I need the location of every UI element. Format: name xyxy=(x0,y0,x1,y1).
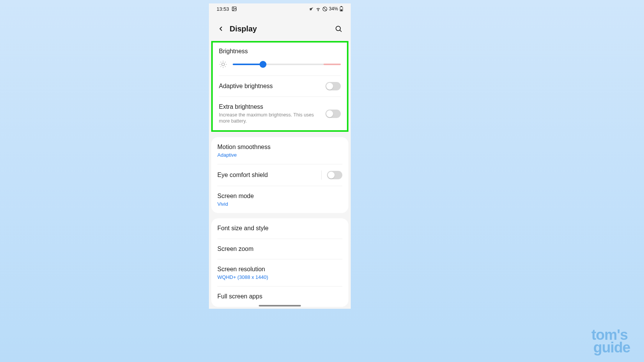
screen-resolution-row[interactable]: Screen resolution WQHD+ (3088 x 1440) xyxy=(217,259,342,286)
full-screen-apps-label: Full screen apps xyxy=(217,293,338,301)
adaptive-brightness-row[interactable]: Adaptive brightness xyxy=(219,76,341,97)
eye-comfort-row[interactable]: Eye comfort shield xyxy=(217,164,342,186)
screen-resolution-value: WQHD+ (3088 x 1440) xyxy=(217,274,338,280)
battery-percent: 34% xyxy=(329,6,338,11)
display-options-card: Motion smoothness Adaptive Eye comfort s… xyxy=(211,137,348,213)
svg-line-5 xyxy=(323,7,327,11)
wifi-icon xyxy=(315,6,321,11)
svg-point-11 xyxy=(222,63,224,66)
screen-zoom-label: Screen zoom xyxy=(217,245,338,253)
motion-smoothness-label: Motion smoothness xyxy=(217,143,338,151)
svg-point-3 xyxy=(318,10,318,11)
svg-line-10 xyxy=(340,30,342,32)
slider-warning-zone xyxy=(324,64,341,65)
extra-brightness-sub: Increase the maximum brightness. This us… xyxy=(219,112,322,124)
eye-comfort-label: Eye comfort shield xyxy=(217,171,317,179)
screen-mode-value: Vivid xyxy=(217,201,338,207)
full-screen-apps-row[interactable]: Full screen apps xyxy=(217,286,342,307)
slider-fill xyxy=(233,64,263,65)
watermark-bottom: guide xyxy=(593,341,630,354)
motion-smoothness-value: Adaptive xyxy=(217,152,338,158)
sun-icon xyxy=(219,60,227,69)
back-button[interactable] xyxy=(217,25,225,33)
svg-line-14 xyxy=(220,62,221,62)
status-bar: 13:53 34% xyxy=(209,3,351,14)
adaptive-brightness-toggle[interactable] xyxy=(325,82,341,90)
svg-line-15 xyxy=(225,66,225,67)
adaptive-brightness-label: Adaptive brightness xyxy=(219,82,322,90)
motion-smoothness-row[interactable]: Motion smoothness Adaptive xyxy=(217,137,342,164)
svg-rect-8 xyxy=(340,10,342,11)
eye-comfort-toggle[interactable] xyxy=(327,171,342,179)
svg-point-1 xyxy=(233,8,234,8)
slider-thumb[interactable] xyxy=(260,61,266,68)
screen-mode-label: Screen mode xyxy=(217,192,338,200)
screen-resolution-label: Screen resolution xyxy=(217,265,338,274)
watermark-logo: tom's guide xyxy=(591,329,630,354)
font-size-row[interactable]: Font size and style xyxy=(217,218,342,239)
font-resolution-card: Font size and style Screen zoom Screen r… xyxy=(211,218,348,307)
extra-brightness-toggle[interactable] xyxy=(325,110,341,118)
brightness-slider-row xyxy=(219,58,341,75)
brightness-label: Brightness xyxy=(219,43,341,58)
vertical-divider xyxy=(321,170,322,180)
svg-line-19 xyxy=(225,62,225,62)
phone-screenshot: 13:53 34% Display Brightness xyxy=(209,3,351,309)
search-icon xyxy=(335,25,342,33)
brightness-slider[interactable] xyxy=(233,62,341,67)
extra-brightness-row[interactable]: Extra brightness Increase the maximum br… xyxy=(219,97,341,130)
extra-brightness-label: Extra brightness xyxy=(219,103,322,111)
no-sim-icon xyxy=(322,7,327,11)
home-indicator[interactable] xyxy=(259,305,301,306)
screen-mode-row[interactable]: Screen mode Vivid xyxy=(217,186,342,213)
chevron-left-icon xyxy=(217,25,224,32)
battery-icon xyxy=(340,6,343,11)
mute-icon xyxy=(309,7,314,11)
screen-zoom-row[interactable]: Screen zoom xyxy=(217,239,342,259)
svg-line-18 xyxy=(220,66,221,67)
header: Display xyxy=(209,14,351,41)
brightness-card: Brightness Adaptive brightness xyxy=(211,41,348,132)
image-icon xyxy=(232,6,237,11)
font-size-label: Font size and style xyxy=(217,224,338,233)
page-title: Display xyxy=(230,25,334,33)
search-button[interactable] xyxy=(334,24,343,33)
status-time: 13:53 xyxy=(217,6,229,12)
